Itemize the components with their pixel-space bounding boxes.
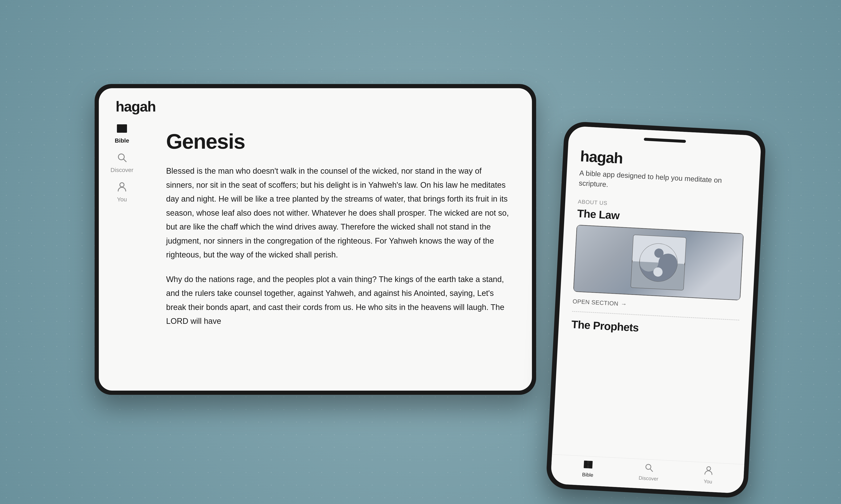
- tablet-device: hagah Bible: [95, 84, 536, 395]
- tablet-main-content: Genesis Blessed is the man who doesn't w…: [145, 119, 532, 391]
- svg-rect-0: [117, 124, 121, 133]
- tablet-sidebar: Bible Discover: [99, 119, 145, 391]
- phone-section2-title: The Prophets: [571, 318, 739, 339]
- svg-rect-2: [121, 124, 123, 133]
- svg-line-4: [123, 159, 126, 162]
- chapter-title: Genesis: [166, 129, 511, 154]
- svg-line-16: [650, 469, 653, 471]
- tablet-nav-discover[interactable]: Discover: [110, 152, 134, 174]
- phone-dashed-divider: [572, 311, 739, 321]
- tablet-body: Bible Discover: [99, 119, 532, 391]
- phone-nav-you-label: You: [704, 479, 712, 485]
- paragraph-1: Blessed is the man who doesn't walk in t…: [166, 164, 511, 262]
- svg-rect-13: [588, 461, 593, 469]
- phone-discover-icon: [644, 463, 654, 474]
- phone-topbar: hagah A bible app designed to help you m…: [566, 138, 761, 202]
- tablet-nav-bible[interactable]: Bible: [115, 123, 129, 144]
- tablet-nav-discover-label: Discover: [110, 167, 134, 174]
- phone-nav-bible-label: Bible: [582, 471, 594, 478]
- phone-nav-discover[interactable]: Discover: [638, 462, 659, 482]
- phone-content: The Law: [552, 206, 757, 464]
- scene: hagah Bible: [84, 63, 757, 441]
- tablet-text-body: Blessed is the man who doesn't walk in t…: [166, 164, 511, 328]
- tablet-topbar: hagah: [99, 88, 532, 119]
- notch-bar: [644, 138, 686, 143]
- tablet-nav-bible-label: Bible: [115, 137, 129, 144]
- phone-nav-bible[interactable]: Bible: [582, 460, 594, 478]
- svg-rect-1: [122, 124, 127, 133]
- phone-tagline: A bible app designed to help you meditat…: [579, 168, 747, 197]
- open-section-arrow: →: [621, 301, 627, 307]
- tablet-app-name: hagah: [116, 98, 156, 115]
- card-illustration: [630, 234, 687, 291]
- phone-nav-discover-label: Discover: [638, 475, 658, 482]
- phone-you-icon: [704, 466, 713, 478]
- open-section-text: OPEN SECTION: [572, 298, 619, 307]
- phone-card-image: [573, 225, 744, 301]
- you-icon: [117, 182, 126, 195]
- bible-icon: [117, 123, 127, 136]
- phone-bible-icon: [583, 460, 593, 471]
- phone-open-section[interactable]: OPEN SECTION →: [572, 298, 740, 313]
- paragraph-2: Why do the nations rage, and the peoples…: [166, 272, 511, 328]
- discover-icon: [117, 152, 127, 165]
- svg-rect-12: [584, 461, 588, 468]
- svg-point-17: [707, 466, 711, 470]
- svg-point-5: [120, 183, 124, 187]
- tablet-nav-you-label: You: [117, 196, 127, 203]
- phone-nav-you[interactable]: You: [704, 466, 713, 485]
- phone-screen: hagah A bible app designed to help you m…: [550, 126, 761, 494]
- tablet-nav-you[interactable]: You: [117, 182, 127, 203]
- tablet-screen: hagah Bible: [99, 88, 532, 391]
- phone-device: hagah A bible app designed to help you m…: [546, 121, 766, 499]
- phone-law-card[interactable]: [573, 225, 744, 301]
